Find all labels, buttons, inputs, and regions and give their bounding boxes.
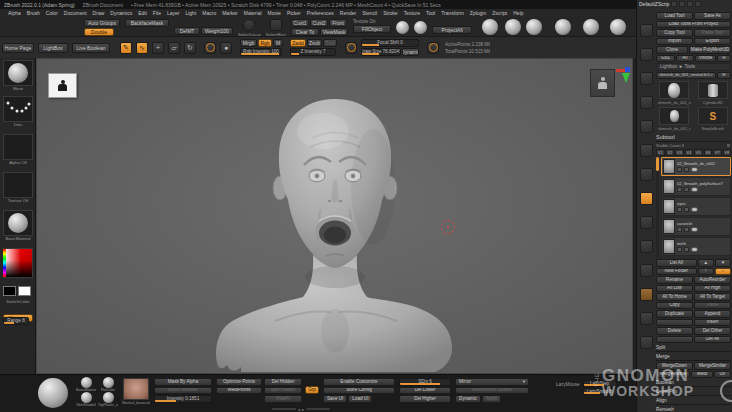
all-to-target-button[interactable]: All To Target [694, 293, 731, 301]
menu-item[interactable]: Help [513, 10, 523, 16]
weld-button[interactable]: Weld [691, 371, 712, 379]
cust1-button[interactable]: Cust1 [291, 19, 309, 27]
dynamic-draw-button[interactable]: Dynamic [402, 48, 419, 56]
color-picker[interactable] [3, 248, 33, 278]
tool-thumb-cylinder[interactable]: Cylinder3D [695, 81, 732, 105]
current-alpha[interactable]: Alpha Off [3, 134, 33, 165]
subtool-tab[interactable]: V4 [685, 149, 694, 156]
menu-item[interactable]: Picker [287, 10, 301, 16]
merge-visible-button[interactable]: MergeVisible [656, 371, 690, 379]
select-lasso-icon[interactable] [243, 19, 255, 31]
active-material-sphere[interactable] [38, 378, 68, 408]
make-polymesh3d-button[interactable]: Make PolyMesh3D [689, 46, 731, 54]
eye-icon[interactable] [691, 187, 698, 192]
secondary-color-swatch[interactable] [18, 286, 31, 296]
current-texture[interactable]: Texture Off [3, 172, 33, 203]
tool-thumb-simplebrush[interactable]: S SimpleBrush [695, 107, 732, 131]
new-folder-button[interactable]: New Folder [656, 268, 697, 276]
subtool-tab[interactable]: V3 [675, 149, 684, 156]
material-shortcut[interactable]: FlatColor [98, 377, 118, 392]
subtool-tab[interactable]: V1 [656, 149, 665, 156]
menu-item[interactable]: Edit [138, 10, 147, 16]
del-higher-button[interactable]: Del Higher [399, 395, 451, 403]
append-button[interactable]: Append [694, 310, 731, 318]
subtool-tab[interactable]: V6 [704, 149, 713, 156]
hidept-button[interactable]: HidePt [264, 395, 302, 403]
del-other-button[interactable]: Del Other [694, 327, 731, 335]
lazy-smooth-slider[interactable]: LazySmooth [583, 388, 617, 395]
active-tool-dropdown[interactable]: skmesh_ds_001_neutral-b.5-r [656, 72, 716, 80]
menu-item[interactable]: Tool [426, 10, 435, 16]
sculpt-canvas[interactable] [36, 58, 633, 374]
scale-mode-icon[interactable]: ▱ [168, 42, 180, 54]
load-tools-from-project-button[interactable]: Load Tools From Project [656, 21, 731, 29]
fill-object-button[interactable]: FillObject [353, 25, 391, 33]
brush-sphere-icon[interactable] [583, 19, 599, 35]
palette-icon[interactable] [640, 168, 653, 181]
mask-by-alpha-button[interactable]: Mask By Alpha [154, 378, 212, 386]
material-sphere-icon[interactable] [81, 392, 92, 403]
zscript-mini-icon[interactable] [671, 1, 677, 7]
z-intensity-slider[interactable]: Z Intensity 7 [290, 48, 336, 56]
palette-icon[interactable] [640, 240, 653, 253]
menu-item[interactable]: Zplugin [470, 10, 486, 16]
weld-points-button[interactable]: WeldPoints [216, 387, 262, 395]
goz-r-button[interactable]: R [717, 55, 731, 63]
menu-item[interactable]: Material [244, 10, 262, 16]
remesh-section-header[interactable]: Remesh [656, 406, 731, 412]
zscript-mini-icon[interactable] [687, 1, 693, 7]
palette-icon[interactable] [640, 216, 653, 229]
stroke-icon[interactable] [427, 42, 439, 54]
list-all-button[interactable]: List All [656, 259, 697, 267]
material-shortcut[interactable]: ToyPlastic_eye_f [98, 392, 118, 407]
rgb-intensity-slider[interactable]: Rgb Intensity 100 [240, 48, 282, 56]
uv-button[interactable]: Uv [714, 371, 731, 379]
focal-shift-slider[interactable]: Focal Shift 0 [361, 39, 419, 47]
brush-sphere-icon[interactable] [505, 19, 521, 35]
polypaint-icon[interactable] [677, 187, 682, 192]
all-to-home-button[interactable]: All To Home [656, 293, 693, 301]
subtool-section-header[interactable]: Subtool [656, 133, 731, 142]
menu-item[interactable]: Movie [268, 10, 281, 16]
subtool-thumbnail[interactable] [663, 219, 675, 234]
brush-sphere-icon[interactable] [610, 19, 626, 35]
duplicate-button[interactable]: Duplicate [656, 310, 693, 318]
current-brush[interactable]: Move [3, 60, 33, 91]
edit-icon[interactable]: ✎ [120, 42, 132, 54]
eye-icon[interactable] [691, 247, 698, 252]
menu-item[interactable]: Render [340, 10, 356, 16]
del-hidden-button[interactable]: Del Hidden [264, 378, 302, 386]
hue-strip[interactable] [3, 249, 6, 277]
save-as-button[interactable]: Save As [694, 12, 731, 20]
m-button[interactable]: M [273, 39, 283, 47]
primary-color-swatch[interactable] [3, 286, 16, 296]
subtool-item[interactable]: caruncle [661, 217, 731, 236]
scroll-right-icon[interactable]: ▸ [302, 407, 304, 412]
focal-icon[interactable] [345, 42, 357, 54]
copy-subtool-button[interactable]: Copy [656, 302, 693, 310]
palette-icon[interactable] [640, 336, 653, 349]
material-sphere-icon[interactable] [414, 21, 427, 34]
weight-button[interactable]: Weight100 [201, 27, 233, 35]
autoreorder-button[interactable]: AutoReorder [694, 276, 731, 284]
palette-icon[interactable] [640, 264, 653, 277]
mirror-dropdown[interactable]: Mirror▾ [455, 378, 529, 386]
palette-icon-material[interactable] [640, 288, 653, 301]
align-section-header[interactable]: Align [656, 397, 731, 405]
subtool-item[interactable]: eyes [661, 197, 731, 216]
rgb-button[interactable]: Rgb [258, 39, 272, 47]
brush-sphere-icon[interactable] [526, 19, 542, 35]
load-ui-button[interactable]: Load UI [348, 395, 372, 403]
current-stroke[interactable]: Dots [3, 96, 33, 127]
reference-image-box[interactable] [48, 73, 77, 98]
split-section-header[interactable]: Split [656, 344, 731, 352]
project-all-button[interactable]: ProjectAll [432, 26, 472, 34]
subtool-item[interactable]: teeth [661, 237, 731, 256]
polypaint-icon[interactable] [677, 167, 682, 172]
menu-item[interactable]: Brush [27, 10, 40, 16]
boolean-section-header[interactable]: Boolean [656, 379, 731, 387]
material-sphere-icon[interactable] [103, 377, 114, 388]
goz-button[interactable]: GoZ [656, 55, 675, 63]
zsub-button[interactable]: Zsub [307, 39, 322, 47]
menu-item[interactable]: Color [46, 10, 58, 16]
